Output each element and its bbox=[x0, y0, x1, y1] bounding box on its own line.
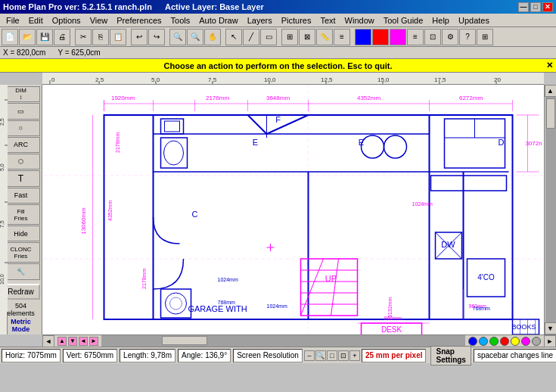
tb-line[interactable]: ╱ bbox=[243, 29, 259, 45]
menu-window[interactable]: Window bbox=[340, 15, 379, 26]
menu-pictures[interactable]: Pictures bbox=[277, 15, 316, 26]
tool-rectangle[interactable]: ▭ bbox=[2, 103, 40, 119]
scroll-left-button[interactable]: ◄ bbox=[42, 335, 54, 347]
scroll-down-button[interactable]: ▼ bbox=[545, 322, 557, 334]
color-gray[interactable] bbox=[532, 337, 541, 346]
svg-text:10,0: 10,0 bbox=[0, 274, 5, 285]
tb-help[interactable]: ? bbox=[459, 29, 476, 45]
svg-text:BOOKS: BOOKS bbox=[511, 323, 536, 331]
right-scrollbar[interactable]: ▲ ▼ bbox=[544, 85, 556, 334]
svg-rect-0 bbox=[42, 73, 544, 85]
zoom-reset[interactable]: □ bbox=[327, 350, 337, 361]
canvas-container[interactable]: 1920mm 2176mm 3648mm 4352mm 6272mm 3072n… bbox=[42, 85, 544, 334]
svg-text:12,5: 12,5 bbox=[321, 76, 333, 83]
menu-edit[interactable]: Edit bbox=[24, 15, 48, 26]
tool-dimension[interactable]: DIM↕ bbox=[2, 86, 40, 102]
menu-view[interactable]: View bbox=[85, 15, 113, 26]
tool-wrench[interactable]: 🔧 bbox=[2, 263, 40, 279]
tb-measure[interactable]: 📏 bbox=[316, 29, 333, 45]
scroll-thumb[interactable] bbox=[546, 98, 555, 129]
menu-file[interactable]: File bbox=[2, 15, 24, 26]
tool-text[interactable]: T bbox=[2, 170, 40, 186]
active-layer: Active Layer: Base Layer bbox=[165, 2, 264, 11]
tb-color3[interactable] bbox=[390, 29, 406, 45]
svg-text:2178mm: 2178mm bbox=[115, 132, 120, 153]
tb-color1[interactable] bbox=[355, 29, 371, 45]
tool-circle[interactable]: ○ bbox=[2, 120, 40, 136]
tb-rect[interactable]: ▭ bbox=[260, 29, 277, 45]
hscroll-thumb[interactable] bbox=[162, 336, 207, 345]
menu-toolguide[interactable]: Tool Guide bbox=[379, 15, 428, 26]
ruler-v-svg: 2,5 5,0 7,5 10,0 bbox=[0, 85, 8, 312]
scroll-track[interactable] bbox=[545, 97, 556, 322]
minimize-button[interactable]: — bbox=[518, 2, 529, 12]
zoom-fit[interactable]: ⊡ bbox=[338, 350, 349, 361]
color-blue[interactable] bbox=[468, 337, 477, 346]
res-value: 25 mm per pixel bbox=[362, 349, 427, 362]
menu-text[interactable]: Text bbox=[315, 15, 340, 26]
zoom-minus[interactable]: – bbox=[304, 350, 315, 361]
tb-redo[interactable]: ↪ bbox=[148, 29, 165, 45]
tool-polygon[interactable]: ⬡ bbox=[2, 154, 40, 170]
color-yellow[interactable] bbox=[511, 337, 520, 346]
menu-autodraw[interactable]: Auto Draw bbox=[194, 15, 242, 26]
color-circles bbox=[465, 335, 544, 347]
tb-grid[interactable]: ⊞ bbox=[281, 29, 298, 45]
tb-paste[interactable]: 📋 bbox=[110, 29, 126, 45]
color-cyan[interactable] bbox=[479, 337, 488, 346]
tb-color2[interactable] bbox=[372, 29, 389, 45]
tb-new[interactable]: 📄 bbox=[2, 29, 18, 45]
nav-down[interactable]: ▼ bbox=[68, 337, 77, 346]
tool-fill[interactable]: FillFries bbox=[2, 204, 40, 225]
menu-options[interactable]: Options bbox=[48, 15, 85, 26]
maximize-button[interactable]: □ bbox=[530, 2, 541, 12]
tb-extra[interactable]: ⊞ bbox=[477, 29, 493, 45]
tb-open[interactable]: 📂 bbox=[19, 29, 36, 45]
color-magenta[interactable] bbox=[521, 337, 530, 346]
color-green[interactable] bbox=[489, 337, 499, 346]
ruler-vertical: 2,5 5,0 7,5 10,0 bbox=[0, 85, 8, 334]
menu-updates[interactable]: Updates bbox=[454, 15, 494, 26]
snap-settings[interactable]: Snap Settings bbox=[430, 346, 471, 366]
menu-layers[interactable]: Layers bbox=[243, 15, 277, 26]
tb-undo[interactable]: ↩ bbox=[131, 29, 148, 45]
screen-res-label: Screen Resolution bbox=[233, 349, 303, 362]
tool-arc[interactable]: ARC bbox=[2, 137, 40, 153]
menu-preferences[interactable]: Preferences bbox=[112, 15, 166, 26]
svg-text:DW: DW bbox=[441, 240, 455, 249]
spacebar-label: spacebar changes line bbox=[474, 349, 556, 362]
horizontal-scrollbar[interactable]: ◄ ▲ ▼ ◄ ► ► bbox=[42, 334, 556, 347]
tb-select[interactable]: ↖ bbox=[225, 29, 242, 45]
scroll-right-button[interactable]: ► bbox=[544, 335, 556, 347]
zoom-plus[interactable]: + bbox=[349, 350, 360, 361]
menu-tools[interactable]: Tools bbox=[166, 15, 195, 26]
tb-print[interactable]: 🖨 bbox=[54, 29, 70, 45]
tool-fast[interactable]: Fast bbox=[2, 188, 40, 204]
nav-left[interactable]: ◄ bbox=[79, 337, 88, 346]
tb-cut[interactable]: ✂ bbox=[75, 29, 92, 45]
tb-color5[interactable]: ⊡ bbox=[424, 29, 441, 45]
hscroll-track[interactable] bbox=[101, 335, 465, 347]
tool-hide[interactable]: Hide bbox=[2, 226, 40, 241]
color-red[interactable] bbox=[500, 337, 509, 346]
tb-color4[interactable]: ≡ bbox=[407, 29, 424, 45]
tb-pan[interactable]: ✋ bbox=[204, 29, 221, 45]
action-close[interactable]: ✕ bbox=[546, 61, 553, 70]
menu-help[interactable]: Help bbox=[427, 15, 454, 26]
tb-snap[interactable]: ⊠ bbox=[299, 29, 315, 45]
tb-save[interactable]: 💾 bbox=[36, 29, 53, 45]
tb-layer[interactable]: ≡ bbox=[334, 29, 350, 45]
nav-up[interactable]: ▲ bbox=[57, 337, 67, 346]
close-button[interactable]: ✕ bbox=[542, 2, 553, 12]
zoom-in[interactable]: 🔍 bbox=[315, 350, 326, 361]
nav-right[interactable]: ► bbox=[89, 337, 98, 346]
tool-clone[interactable]: CLONCFries bbox=[2, 242, 40, 263]
tb-zoom-in[interactable]: 🔍 bbox=[169, 29, 186, 45]
redraw-button[interactable]: Redraw bbox=[2, 284, 40, 300]
tb-zoom-out[interactable]: 🔍 bbox=[187, 29, 203, 45]
scroll-up-button[interactable]: ▲ bbox=[545, 85, 557, 97]
left-toolbar: DIM↕ ▭ ○ ARC ⬡ T Fast FillFries Hide CLO… bbox=[0, 85, 42, 334]
tb-copy[interactable]: ⎘ bbox=[92, 29, 109, 45]
tb-settings[interactable]: ⚙ bbox=[442, 29, 458, 45]
coords-bar: X = 820,0cm Y = 625,0cm bbox=[0, 47, 556, 59]
